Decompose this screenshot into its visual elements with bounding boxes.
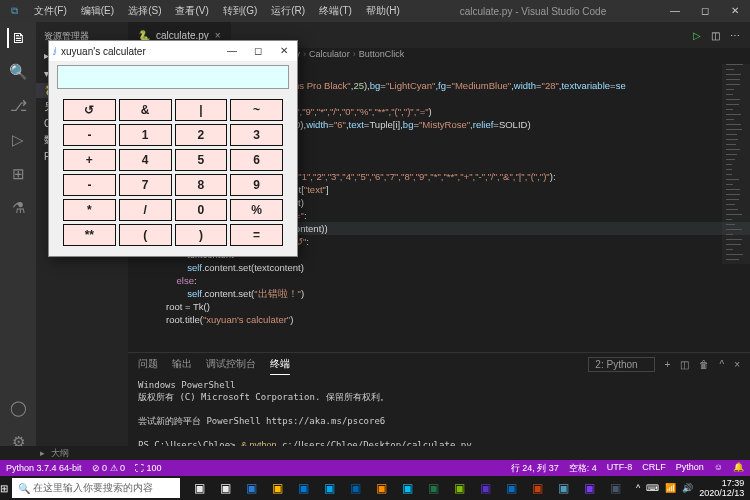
status-cursor[interactable]: 行 24, 列 37 [511,462,559,475]
taskbar-app-icon[interactable]: ▣ [240,477,262,499]
calc-key[interactable]: ~ [230,99,283,121]
tray-network-icon[interactable]: ⌨ [646,483,659,493]
new-terminal-icon[interactable]: + [665,359,671,370]
menu-item[interactable]: 帮助(H) [360,1,406,21]
calc-key[interactable]: 1 [119,124,172,146]
panel-tab-terminal[interactable]: 终端 [270,354,290,375]
calc-key[interactable]: ( [119,224,172,246]
taskbar-app-icon[interactable]: ▣ [396,477,418,499]
status-problems[interactable]: ⊘ 0 ⚠ 0 [92,463,126,473]
bottom-panel: 问题 输出 调试控制台 终端 2: Python + ◫ 🗑 ^ × Windo… [128,352,750,460]
status-coverage[interactable]: ⛶ 100 [135,463,162,473]
close-panel-icon[interactable]: × [734,359,740,370]
explorer-icon[interactable]: 🗎 [7,28,27,48]
calc-minimize-button[interactable]: — [219,41,245,61]
calc-key[interactable]: = [230,224,283,246]
python-file-icon: 🐍 [138,30,150,41]
calc-key[interactable]: 4 [119,149,172,171]
panel-tab-output[interactable]: 输出 [172,354,192,374]
taskbar-search[interactable]: 🔍 在这里输入你要搜索的内容 [12,478,180,498]
panel-tab-debug[interactable]: 调试控制台 [206,354,256,374]
menu-item[interactable]: 终端(T) [313,1,358,21]
run-debug-icon[interactable]: ▷ [8,130,28,150]
extensions-icon[interactable]: ⊞ [8,164,28,184]
split-editor-icon[interactable]: ◫ [711,30,720,41]
taskbar-app-icon[interactable]: ▣ [188,477,210,499]
calc-key[interactable]: 3 [230,124,283,146]
calc-key[interactable]: 2 [175,124,228,146]
more-icon[interactable]: ⋯ [730,30,740,41]
calc-key[interactable]: 0 [175,199,228,221]
tray-chevron-icon[interactable]: ^ [636,483,640,493]
calc-close-button[interactable]: ✕ [271,41,297,61]
menu-bar: 文件(F)编辑(E)选择(S)查看(V)转到(G)运行(R)终端(T)帮助(H) [28,1,406,21]
calc-key[interactable]: 7 [119,174,172,196]
start-button[interactable]: ⊞ [0,476,8,500]
taskbar-app-icon[interactable]: ▣ [266,477,288,499]
taskbar-app-icon[interactable]: ▣ [578,477,600,499]
outline-bar[interactable]: ▸ 大纲 [0,446,750,460]
tab-close-icon[interactable]: × [215,30,221,41]
calc-key[interactable]: * [63,199,116,221]
panel-tab-problems[interactable]: 问题 [138,354,158,374]
taskbar-app-icon[interactable]: ▣ [500,477,522,499]
account-icon[interactable]: ◯ [8,398,28,418]
calc-key[interactable]: + [63,149,116,171]
calc-key[interactable]: ↺ [63,99,116,121]
maximize-panel-icon[interactable]: ^ [719,359,724,370]
menu-item[interactable]: 文件(F) [28,1,73,21]
taskbar-app-icon[interactable]: ▣ [292,477,314,499]
status-lang[interactable]: Python [676,462,704,475]
taskbar-app-icon[interactable]: ▣ [370,477,392,499]
calc-key[interactable]: % [230,199,283,221]
status-python[interactable]: Python 3.7.4 64-bit [6,463,82,473]
calc-key[interactable]: ** [63,224,116,246]
status-feedback-icon[interactable]: ☺ [714,462,723,475]
calc-key[interactable]: 9 [230,174,283,196]
minimize-button[interactable]: — [660,0,690,22]
taskbar-app-icon[interactable]: ▣ [474,477,496,499]
taskbar-app-icon[interactable]: ▣ [552,477,574,499]
system-tray[interactable]: ^ ⌨ 📶 🔊 17:392020/12/13 💬 [630,478,750,498]
calc-key[interactable]: 5 [175,149,228,171]
menu-item[interactable]: 运行(R) [265,1,311,21]
calc-key[interactable]: - [63,124,116,146]
status-encoding[interactable]: UTF-8 [607,462,633,475]
kill-terminal-icon[interactable]: 🗑 [699,359,709,370]
menu-item[interactable]: 查看(V) [169,1,214,21]
calculator-titlebar[interactable]: ⅈ xuyuan's calculater — ◻ ✕ [49,41,297,61]
status-bell-icon[interactable]: 🔔 [733,462,744,475]
calc-key[interactable]: - [63,174,116,196]
close-button[interactable]: ✕ [720,0,750,22]
menu-item[interactable]: 选择(S) [122,1,167,21]
calc-key[interactable]: ) [175,224,228,246]
calc-key[interactable]: 6 [230,149,283,171]
tray-volume-icon[interactable]: 🔊 [682,483,693,493]
status-eol[interactable]: CRLF [642,462,666,475]
test-icon[interactable]: ⚗ [8,198,28,218]
calc-key[interactable]: / [119,199,172,221]
taskbar-app-icon[interactable]: ▣ [214,477,236,499]
menu-item[interactable]: 转到(G) [217,1,263,21]
calc-key[interactable]: | [175,99,228,121]
source-control-icon[interactable]: ⎇ [8,96,28,116]
status-indent[interactable]: 空格: 4 [569,462,597,475]
calc-maximize-button[interactable]: ◻ [245,41,271,61]
menu-item[interactable]: 编辑(E) [75,1,120,21]
taskbar-app-icon[interactable]: ▣ [604,477,626,499]
maximize-button[interactable]: ◻ [690,0,720,22]
taskbar-app-icon[interactable]: ▣ [422,477,444,499]
search-icon[interactable]: 🔍 [8,62,28,82]
calc-key[interactable]: 8 [175,174,228,196]
calc-key[interactable]: & [119,99,172,121]
taskbar-app-icon[interactable]: ▣ [344,477,366,499]
taskbar-clock[interactable]: 17:392020/12/13 [699,478,744,498]
taskbar-app-icon[interactable]: ▣ [318,477,340,499]
tray-wifi-icon[interactable]: 📶 [665,483,676,493]
run-file-icon[interactable]: ▷ [693,30,701,41]
minimap[interactable] [722,64,750,264]
taskbar-app-icon[interactable]: ▣ [526,477,548,499]
taskbar-app-icon[interactable]: ▣ [448,477,470,499]
terminal-selector[interactable]: 2: Python [588,357,654,372]
split-terminal-icon[interactable]: ◫ [680,359,689,370]
